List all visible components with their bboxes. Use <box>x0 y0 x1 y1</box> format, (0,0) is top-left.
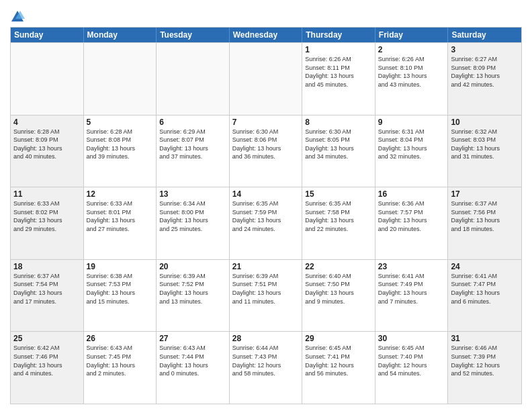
day-info: Sunrise: 6:34 AMSunset: 8:00 PMDaylight:… <box>159 199 226 233</box>
day-number: 30 <box>378 334 445 343</box>
cal-week-2: 11Sunrise: 6:33 AMSunset: 8:02 PMDayligh… <box>11 187 521 259</box>
cal-cell-day-19: 19Sunrise: 6:38 AMSunset: 7:53 PMDayligh… <box>84 260 157 332</box>
cal-cell-empty <box>84 43 157 115</box>
day-number: 18 <box>13 262 81 271</box>
cal-cell-day-2: 2Sunrise: 6:26 AMSunset: 8:10 PMDaylight… <box>375 43 449 115</box>
day-info: Sunrise: 6:43 AMSunset: 7:45 PMDaylight:… <box>87 344 154 377</box>
day-number: 12 <box>87 189 154 199</box>
day-info: Sunrise: 6:43 AMSunset: 7:44 PMDaylight:… <box>159 344 226 377</box>
day-number: 16 <box>378 189 445 199</box>
cal-cell-day-26: 26Sunrise: 6:43 AMSunset: 7:45 PMDayligh… <box>84 332 157 404</box>
cal-cell-empty <box>11 43 84 115</box>
day-info: Sunrise: 6:45 AMSunset: 7:41 PMDaylight:… <box>305 344 372 377</box>
day-info: Sunrise: 6:28 AMSunset: 8:09 PMDaylight:… <box>13 128 81 161</box>
cal-cell-empty <box>230 43 303 115</box>
cal-cell-day-20: 20Sunrise: 6:39 AMSunset: 7:52 PMDayligh… <box>157 260 230 332</box>
cal-cell-day-18: 18Sunrise: 6:37 AMSunset: 7:54 PMDayligh… <box>11 260 84 332</box>
cal-cell-day-31: 31Sunrise: 6:46 AMSunset: 7:39 PMDayligh… <box>448 332 521 404</box>
day-info: Sunrise: 6:30 AMSunset: 8:06 PMDaylight:… <box>232 128 300 161</box>
day-number: 21 <box>232 262 300 271</box>
day-info: Sunrise: 6:45 AMSunset: 7:40 PMDaylight:… <box>378 344 445 377</box>
day-info: Sunrise: 6:37 AMSunset: 7:56 PMDaylight:… <box>451 199 519 233</box>
day-info: Sunrise: 6:46 AMSunset: 7:39 PMDaylight:… <box>451 344 519 377</box>
day-info: Sunrise: 6:39 AMSunset: 7:51 PMDaylight:… <box>232 272 300 306</box>
cal-cell-day-11: 11Sunrise: 6:33 AMSunset: 8:02 PMDayligh… <box>11 187 84 259</box>
cal-cell-day-6: 6Sunrise: 6:29 AMSunset: 8:07 PMDaylight… <box>157 116 230 187</box>
day-number: 6 <box>159 118 226 127</box>
calendar: SundayMondayTuesdayWednesdayThursdayFrid… <box>10 27 522 404</box>
day-number: 19 <box>87 262 154 271</box>
cal-cell-empty <box>157 43 230 115</box>
cal-cell-day-1: 1Sunrise: 6:26 AMSunset: 8:11 PMDaylight… <box>302 43 375 115</box>
calendar-header-row: SundayMondayTuesdayWednesdayThursdayFrid… <box>11 28 521 42</box>
cal-header-friday: Friday <box>375 28 449 42</box>
cal-header-sunday: Sunday <box>11 28 84 42</box>
cal-cell-day-8: 8Sunrise: 6:30 AMSunset: 8:05 PMDaylight… <box>302 116 375 187</box>
cal-cell-day-25: 25Sunrise: 6:42 AMSunset: 7:46 PMDayligh… <box>11 332 84 404</box>
day-info: Sunrise: 6:35 AMSunset: 7:59 PMDaylight:… <box>232 199 300 233</box>
cal-week-3: 18Sunrise: 6:37 AMSunset: 7:54 PMDayligh… <box>11 259 521 332</box>
cal-cell-day-16: 16Sunrise: 6:36 AMSunset: 7:57 PMDayligh… <box>375 187 449 259</box>
day-info: Sunrise: 6:26 AMSunset: 8:11 PMDaylight:… <box>305 55 372 89</box>
day-number: 8 <box>305 118 372 127</box>
day-info: Sunrise: 6:28 AMSunset: 8:08 PMDaylight:… <box>87 128 154 161</box>
cal-cell-day-28: 28Sunrise: 6:44 AMSunset: 7:43 PMDayligh… <box>230 332 303 404</box>
cal-header-tuesday: Tuesday <box>157 28 230 42</box>
day-info: Sunrise: 6:35 AMSunset: 7:58 PMDaylight:… <box>305 199 372 233</box>
cal-week-1: 4Sunrise: 6:28 AMSunset: 8:09 PMDaylight… <box>11 115 521 187</box>
page: SundayMondayTuesdayWednesdayThursdayFrid… <box>0 0 532 411</box>
cal-cell-day-14: 14Sunrise: 6:35 AMSunset: 7:59 PMDayligh… <box>230 187 303 259</box>
header <box>10 7 522 24</box>
day-info: Sunrise: 6:38 AMSunset: 7:53 PMDaylight:… <box>87 272 154 306</box>
day-number: 24 <box>451 262 519 271</box>
day-info: Sunrise: 6:41 AMSunset: 7:49 PMDaylight:… <box>378 272 445 306</box>
calendar-body: 1Sunrise: 6:26 AMSunset: 8:11 PMDaylight… <box>11 42 521 404</box>
day-number: 5 <box>87 118 154 127</box>
cal-header-saturday: Saturday <box>448 28 521 42</box>
cal-cell-day-17: 17Sunrise: 6:37 AMSunset: 7:56 PMDayligh… <box>448 187 521 259</box>
day-info: Sunrise: 6:44 AMSunset: 7:43 PMDaylight:… <box>232 344 300 377</box>
cal-week-4: 25Sunrise: 6:42 AMSunset: 7:46 PMDayligh… <box>11 331 521 404</box>
day-info: Sunrise: 6:36 AMSunset: 7:57 PMDaylight:… <box>378 199 445 233</box>
day-number: 22 <box>305 262 372 271</box>
day-number: 25 <box>13 334 81 343</box>
cal-cell-day-21: 21Sunrise: 6:39 AMSunset: 7:51 PMDayligh… <box>230 260 303 332</box>
day-info: Sunrise: 6:27 AMSunset: 8:09 PMDaylight:… <box>451 55 519 89</box>
day-number: 14 <box>232 189 300 199</box>
logo-icon <box>10 9 25 24</box>
day-info: Sunrise: 6:33 AMSunset: 8:02 PMDaylight:… <box>13 199 81 233</box>
cal-cell-day-4: 4Sunrise: 6:28 AMSunset: 8:09 PMDaylight… <box>11 116 84 187</box>
cal-header-monday: Monday <box>84 28 157 42</box>
day-number: 9 <box>378 118 445 127</box>
day-number: 13 <box>159 189 226 199</box>
day-number: 31 <box>451 334 519 343</box>
day-number: 23 <box>378 262 445 271</box>
day-info: Sunrise: 6:41 AMSunset: 7:47 PMDaylight:… <box>451 272 519 306</box>
day-number: 29 <box>305 334 372 343</box>
cal-cell-day-5: 5Sunrise: 6:28 AMSunset: 8:08 PMDaylight… <box>84 116 157 187</box>
cal-cell-day-30: 30Sunrise: 6:45 AMSunset: 7:40 PMDayligh… <box>375 332 449 404</box>
day-number: 26 <box>87 334 154 343</box>
day-info: Sunrise: 6:30 AMSunset: 8:05 PMDaylight:… <box>305 128 372 161</box>
day-number: 20 <box>159 262 226 271</box>
day-number: 3 <box>451 45 519 54</box>
day-number: 4 <box>13 118 81 127</box>
cal-header-wednesday: Wednesday <box>230 28 303 42</box>
day-number: 2 <box>378 45 445 54</box>
cal-cell-day-10: 10Sunrise: 6:32 AMSunset: 8:03 PMDayligh… <box>448 116 521 187</box>
day-number: 7 <box>232 118 300 127</box>
day-number: 17 <box>451 189 519 199</box>
day-info: Sunrise: 6:31 AMSunset: 8:04 PMDaylight:… <box>378 128 445 161</box>
cal-cell-day-23: 23Sunrise: 6:41 AMSunset: 7:49 PMDayligh… <box>375 260 449 332</box>
day-number: 1 <box>305 45 372 54</box>
day-info: Sunrise: 6:29 AMSunset: 8:07 PMDaylight:… <box>159 128 226 161</box>
cal-cell-day-22: 22Sunrise: 6:40 AMSunset: 7:50 PMDayligh… <box>302 260 375 332</box>
day-number: 11 <box>13 189 81 199</box>
cal-cell-day-13: 13Sunrise: 6:34 AMSunset: 8:00 PMDayligh… <box>157 187 230 259</box>
cal-cell-day-24: 24Sunrise: 6:41 AMSunset: 7:47 PMDayligh… <box>448 260 521 332</box>
day-info: Sunrise: 6:42 AMSunset: 7:46 PMDaylight:… <box>13 344 81 377</box>
day-number: 10 <box>451 118 519 127</box>
cal-week-0: 1Sunrise: 6:26 AMSunset: 8:11 PMDaylight… <box>11 42 521 115</box>
cal-cell-day-12: 12Sunrise: 6:33 AMSunset: 8:01 PMDayligh… <box>84 187 157 259</box>
cal-cell-day-9: 9Sunrise: 6:31 AMSunset: 8:04 PMDaylight… <box>375 116 449 187</box>
